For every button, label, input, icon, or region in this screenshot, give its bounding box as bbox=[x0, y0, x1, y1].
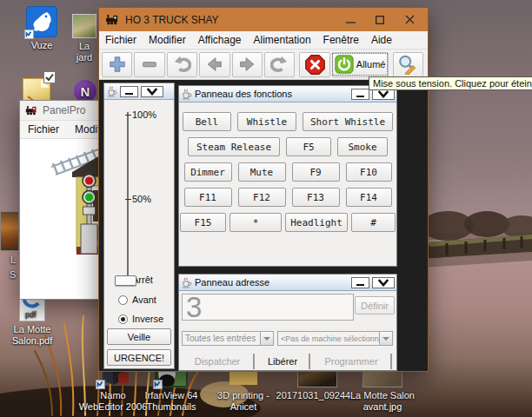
function-button-f11[interactable]: F11 bbox=[184, 188, 232, 207]
panel-title: Panneau adresse bbox=[195, 277, 349, 288]
power-icon bbox=[335, 55, 354, 74]
function-button-f14[interactable]: F14 bbox=[346, 188, 392, 207]
radio-circle-selected bbox=[118, 314, 128, 324]
menu-fenetre[interactable]: Fenêtre bbox=[317, 34, 365, 46]
throttle-window: HO 3 TRUCK SHAY Fichier Modifier Afficha… bbox=[98, 7, 429, 372]
minimize-icon bbox=[356, 284, 364, 286]
desktop: Vuze La jard N L S pdf La Motte Salon.pd… bbox=[0, 0, 532, 417]
desktop-icon-label: La bbox=[71, 41, 97, 52]
speed-slider-handle[interactable] bbox=[115, 275, 136, 286]
shortcut-arrow-icon bbox=[96, 380, 105, 389]
rotate-left-icon bbox=[172, 55, 191, 74]
function-button-headlight[interactable]: Headlight bbox=[285, 213, 348, 232]
function-button-short-whistle[interactable]: Short Whistle bbox=[303, 112, 393, 131]
speed-panel-body: 100% 50% Arrêt Avant Inverse Veille URGE… bbox=[104, 100, 174, 368]
svg-text:pdf: pdf bbox=[25, 310, 37, 319]
menu-affichage[interactable]: Affichage bbox=[192, 34, 248, 46]
desktop-icon-label: La Motte Salon.pdf bbox=[1, 324, 63, 347]
function-button-hash[interactable]: # bbox=[351, 213, 396, 232]
function-button-star[interactable]: * bbox=[229, 213, 282, 232]
address-input[interactable]: 3 bbox=[182, 294, 354, 321]
entries-combobox[interactable]: Toutes les entrées bbox=[182, 331, 274, 346]
direction-reverse-radio[interactable]: Inverse bbox=[118, 314, 163, 324]
panel-title: Panneau des fonctions bbox=[195, 89, 349, 99]
function-button-mute[interactable]: Mute bbox=[238, 162, 286, 182]
next-throttle-button[interactable] bbox=[232, 52, 263, 77]
function-panel-header[interactable]: Panneau des fonctions bbox=[179, 86, 396, 103]
throttle-desktop-area: 100% 50% Arrêt Avant Inverse Veille URGE… bbox=[99, 80, 428, 371]
close-button[interactable] bbox=[397, 10, 422, 30]
function-button-bell[interactable]: Bell bbox=[183, 112, 231, 131]
partial-label-1: L bbox=[10, 255, 16, 266]
menu-fichier[interactable]: Fichier bbox=[20, 123, 67, 136]
new-throttle-button[interactable] bbox=[102, 52, 132, 77]
panelpro-title: PanelPro bbox=[43, 104, 85, 116]
menu-alimentation[interactable]: Alimentation bbox=[248, 34, 317, 46]
function-button-dimmer[interactable]: Dimmer bbox=[184, 162, 232, 182]
desktop-icon-vuze[interactable]: Vuze bbox=[11, 6, 72, 51]
minimize-button[interactable] bbox=[338, 10, 362, 30]
set-address-button[interactable]: Définir bbox=[355, 296, 395, 314]
desktop-icon-label: Vuze bbox=[11, 40, 72, 51]
panel-collapse-button[interactable] bbox=[372, 277, 395, 288]
locomotive-combobox[interactable]: <Pas de machine sélectionnée> bbox=[277, 331, 393, 346]
address-panel-header[interactable]: Panneau adresse bbox=[179, 275, 396, 291]
function-panel: Panneau des fonctions Bell Whistle Short… bbox=[178, 85, 397, 267]
panel-minimize-button[interactable] bbox=[351, 89, 369, 100]
panel-minimize-button[interactable] bbox=[351, 277, 369, 288]
panel-collapse-button[interactable] bbox=[141, 86, 163, 97]
menu-modifier[interactable]: Modifier bbox=[143, 34, 192, 46]
track-power-toggle[interactable]: Allumé bbox=[332, 52, 389, 77]
minus-icon bbox=[140, 55, 159, 74]
edit-preferences-button[interactable] bbox=[393, 52, 423, 77]
rotate-previous-button[interactable] bbox=[167, 52, 197, 77]
minimize-icon bbox=[125, 93, 133, 95]
function-button-f12[interactable]: F12 bbox=[238, 188, 286, 207]
photo-thumbnail bbox=[0, 211, 19, 251]
plus-icon bbox=[108, 55, 127, 74]
release-button[interactable]: Libérer bbox=[256, 354, 310, 369]
program-button[interactable]: Programmer bbox=[312, 354, 392, 369]
dispatch-button[interactable]: Dispatcher bbox=[182, 354, 255, 369]
previous-throttle-button[interactable] bbox=[199, 52, 229, 77]
function-button-f13[interactable]: F13 bbox=[292, 188, 340, 207]
norton-letter: N bbox=[81, 86, 90, 97]
power-state-label: Allumé bbox=[356, 59, 386, 70]
idle-button[interactable]: Veille bbox=[107, 328, 171, 345]
direction-forward-radio[interactable]: Avant bbox=[118, 295, 156, 305]
function-button-steam-release[interactable]: Steam Release bbox=[188, 137, 280, 156]
desktop-icon-label: La Motte Salon avant.jpg bbox=[346, 390, 419, 413]
shortcut-arrow-icon bbox=[153, 380, 163, 389]
desktop-icon-label: jard bbox=[71, 52, 97, 63]
train-icon bbox=[105, 14, 120, 25]
menu-fichier[interactable]: Fichier bbox=[99, 34, 143, 46]
emergency-stop-button[interactable] bbox=[299, 52, 329, 77]
chevron-down-icon bbox=[377, 279, 389, 287]
arrow-left-icon bbox=[205, 55, 224, 74]
desktop-icon-garden-photo[interactable]: La jard bbox=[71, 14, 97, 63]
shortcut-arrow-icon bbox=[24, 30, 34, 39]
chevron-down-icon bbox=[146, 88, 158, 96]
stop-icon bbox=[304, 54, 326, 76]
window-title: HO 3 TRUCK SHAY bbox=[125, 14, 333, 26]
remove-throttle-button[interactable] bbox=[134, 52, 164, 77]
menu-aide[interactable]: Aide bbox=[365, 34, 398, 46]
throttle-toolbar: Allumé bbox=[99, 50, 428, 80]
panel-minimize-button[interactable] bbox=[120, 86, 138, 97]
function-button-smoke[interactable]: Smoke bbox=[337, 137, 388, 156]
speed-panel-header[interactable] bbox=[104, 83, 174, 100]
desktop-icon-label: IrfanView 64 Thumbnails bbox=[136, 390, 206, 413]
combo-arrow-icon bbox=[260, 332, 273, 345]
desktop-icon-partial-photo[interactable] bbox=[0, 211, 19, 251]
photo-thumbnail bbox=[72, 14, 96, 38]
function-button-f9[interactable]: F9 bbox=[292, 162, 340, 182]
function-button-f5[interactable]: F5 bbox=[286, 137, 331, 156]
emergency-button[interactable]: URGENCE! bbox=[107, 349, 171, 366]
maximize-button[interactable] bbox=[368, 10, 392, 30]
function-button-f15[interactable]: F15 bbox=[180, 213, 226, 232]
function-button-whistle[interactable]: Whistle bbox=[237, 112, 296, 131]
throttle-menubar: Fichier Modifier Affichage Alimentation … bbox=[99, 31, 428, 50]
function-button-f10[interactable]: F10 bbox=[346, 162, 392, 182]
rotate-next-button[interactable] bbox=[264, 52, 295, 77]
throttle-titlebar[interactable]: HO 3 TRUCK SHAY bbox=[99, 8, 428, 31]
